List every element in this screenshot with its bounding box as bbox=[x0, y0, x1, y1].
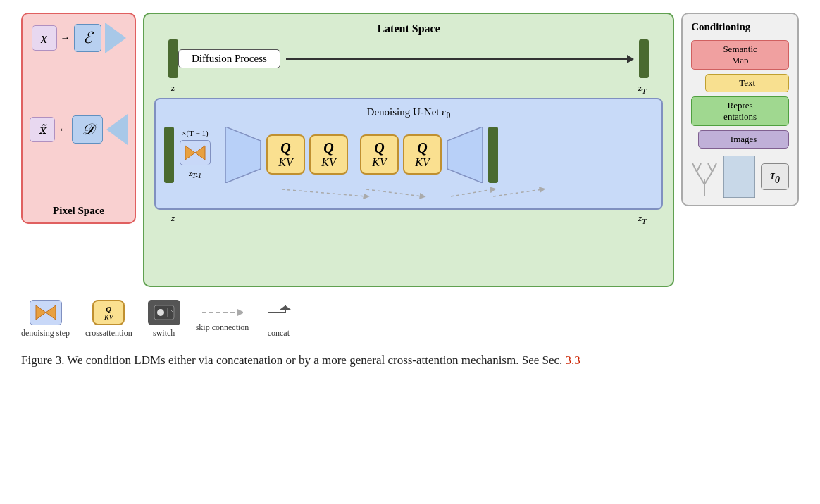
svg-line-14 bbox=[712, 163, 716, 172]
decoder-trap bbox=[106, 114, 128, 145]
legend-skip-icon bbox=[201, 305, 243, 320]
cond-text: Text bbox=[705, 74, 789, 92]
latent-space: Latent Space Diffusion Process z zT Deno… bbox=[143, 13, 674, 287]
qkv-block-2: Q KV bbox=[309, 134, 348, 175]
svg-marker-3 bbox=[447, 127, 483, 183]
sep-line bbox=[218, 130, 218, 179]
legend-concat-svg bbox=[264, 302, 292, 323]
arrow-dec-to-xtilde: ← bbox=[58, 124, 68, 135]
cond-semantic-map: SemanticMap bbox=[691, 40, 789, 70]
decoder-label: 𝒟 bbox=[81, 120, 94, 139]
tau-box: τθ bbox=[761, 163, 789, 191]
legend-q: Q bbox=[106, 305, 111, 313]
encoder-box: ℰ bbox=[74, 24, 101, 52]
latent-title: Latent Space bbox=[154, 23, 663, 35]
zt-right-label: zT bbox=[638, 82, 646, 95]
conditioning-title: Conditioning bbox=[691, 21, 789, 33]
cond-representations: Representations bbox=[691, 96, 789, 126]
svg-line-4 bbox=[282, 189, 366, 196]
legend-row: denoising step Q KV crossattention switc… bbox=[21, 294, 799, 341]
z-labels-bottom: z zT bbox=[154, 210, 663, 225]
qkv-block-1: Q KV bbox=[266, 134, 305, 175]
z-left-label: z bbox=[171, 82, 175, 95]
diagram-area: x → ℰ x̃ ← 𝒟 Pixel Space Latent S bbox=[21, 13, 799, 287]
qkv-kv-3: KV bbox=[372, 156, 386, 169]
caption-ref: 3.3 bbox=[566, 353, 580, 367]
z-bottom-left-label: z bbox=[171, 213, 175, 225]
legend-concat: concat bbox=[264, 300, 292, 339]
qkv-q-1: Q bbox=[280, 140, 290, 156]
svg-marker-23 bbox=[237, 309, 243, 316]
conditioning-panel: Conditioning SemanticMap Text Representa… bbox=[681, 13, 799, 206]
legend-crossattn-icon: Q KV bbox=[92, 300, 125, 325]
qkv-group: Q KV Q KV Q KV bbox=[266, 130, 442, 179]
svg-line-9 bbox=[697, 172, 704, 184]
zt-bottom-right-label: zT bbox=[638, 213, 646, 225]
legend-switch-svg bbox=[154, 305, 175, 320]
tau-area: τθ bbox=[691, 156, 789, 198]
svg-marker-15 bbox=[723, 156, 755, 198]
svg-line-10 bbox=[704, 172, 712, 184]
vert-bar-left-top bbox=[168, 39, 178, 78]
zt-minus-1-label: zT-1 bbox=[189, 168, 201, 179]
diffusion-box: Diffusion Process bbox=[178, 49, 280, 68]
unet-vert-bar-left bbox=[164, 127, 174, 183]
arrow-x-to-enc: → bbox=[61, 32, 70, 44]
legend-kv: KV bbox=[104, 313, 113, 321]
svg-line-11 bbox=[692, 163, 697, 172]
qkv-block-3: Q KV bbox=[360, 134, 399, 175]
input-row: x → ℰ bbox=[32, 23, 126, 53]
legend-switch: switch bbox=[148, 300, 180, 339]
caption: Figure 3. We condition LDMs either via c… bbox=[21, 348, 585, 370]
svg-line-5 bbox=[366, 189, 423, 196]
legend-denoising: denoising step bbox=[21, 300, 70, 339]
z-labels-top: z zT bbox=[154, 82, 663, 98]
pixel-space: x → ℰ x̃ ← 𝒟 Pixel Space bbox=[21, 13, 136, 224]
diffusion-row: Diffusion Process bbox=[154, 39, 663, 78]
qkv-q-4: Q bbox=[417, 140, 427, 156]
mid-sep bbox=[354, 130, 354, 179]
svg-marker-16 bbox=[36, 305, 46, 320]
skip-arrows-area bbox=[164, 186, 653, 199]
unet-content: ×(T − 1) zT-1 bbox=[164, 127, 653, 183]
unet-title: Denoising U-Net εθ bbox=[164, 106, 653, 121]
svg-marker-0 bbox=[185, 146, 195, 160]
legend-skip-svg bbox=[201, 305, 243, 320]
svg-marker-26 bbox=[280, 305, 291, 310]
diffusion-arrow bbox=[286, 58, 633, 60]
svg-marker-1 bbox=[195, 146, 205, 160]
skip-arrows-svg bbox=[164, 186, 653, 199]
denoising-step-area: ×(T − 1) zT-1 bbox=[180, 129, 211, 179]
unet-box: Denoising U-Net εθ ×(T − 1) bbox=[154, 98, 663, 210]
times-t-label: ×(T − 1) bbox=[182, 129, 208, 137]
legend-skip: skip connection bbox=[196, 305, 249, 333]
decoder-box: 𝒟 bbox=[72, 115, 103, 144]
legend-concat-label: concat bbox=[268, 328, 290, 339]
output-row: x̃ ← 𝒟 bbox=[30, 114, 128, 145]
qkv-kv-4: KV bbox=[415, 156, 429, 169]
denoising-step-icon bbox=[180, 140, 211, 165]
right-trap-area bbox=[447, 127, 483, 183]
caption-text: Figure 3. We condition LDMs either via c… bbox=[21, 353, 566, 367]
vert-bar-right-top bbox=[639, 39, 649, 78]
legend-denoising-label: denoising step bbox=[21, 328, 70, 339]
unet-vert-bar-right bbox=[488, 127, 498, 183]
legend-crossattn: Q KV crossattention bbox=[85, 300, 132, 339]
x-tilde-label: x̃ bbox=[30, 117, 55, 142]
legend-bowtie-svg bbox=[35, 304, 57, 321]
svg-line-12 bbox=[697, 163, 701, 172]
svg-line-6 bbox=[451, 189, 493, 196]
main-container: x → ℰ x̃ ← 𝒟 Pixel Space Latent S bbox=[0, 0, 820, 377]
qkv-kv-1: KV bbox=[278, 156, 292, 169]
encoder-trap bbox=[105, 23, 126, 53]
cond-images: Images bbox=[698, 130, 789, 149]
svg-line-7 bbox=[493, 189, 542, 196]
svg-marker-2 bbox=[225, 127, 261, 183]
unet-title-text: Denoising U-Net εθ bbox=[367, 106, 451, 118]
encoder-label: ℰ bbox=[83, 29, 92, 47]
legend-crossattn-label: crossattention bbox=[85, 328, 132, 339]
tau-trap-svg bbox=[723, 156, 755, 198]
left-trap-area bbox=[225, 127, 261, 183]
svg-line-13 bbox=[708, 163, 712, 172]
bowtie-svg bbox=[184, 144, 206, 161]
